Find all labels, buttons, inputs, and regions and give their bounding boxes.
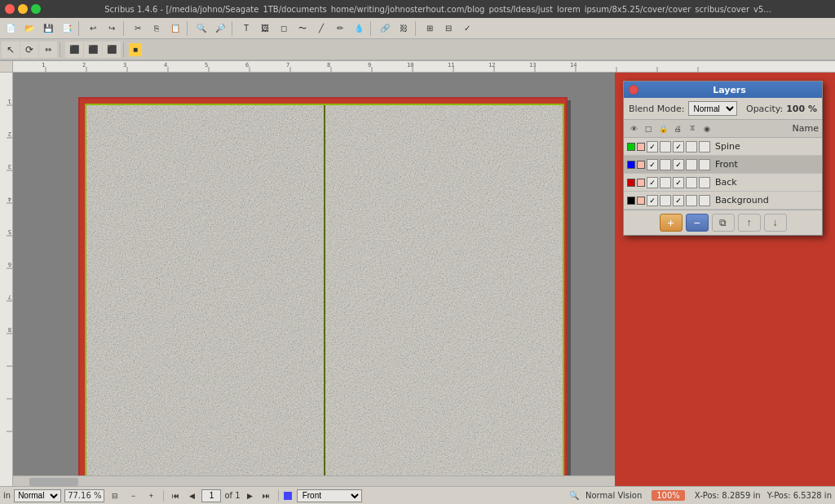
unlink-button[interactable]: ⛓: [395, 20, 413, 37]
link-button[interactable]: 🔗: [376, 20, 394, 37]
horizontal-scrollbar[interactable]: [13, 475, 615, 487]
svg-text:13: 13: [529, 62, 536, 69]
layer-row-background[interactable]: ✓ ✓ Background: [624, 192, 822, 210]
xpos-label: X-Pos: 8.2859 in: [695, 491, 761, 500]
layer-print-background[interactable]: ✓: [673, 195, 684, 206]
layer-print-back[interactable]: ✓: [673, 177, 684, 188]
layer-row-spine[interactable]: ✓ ✓ Spine: [624, 138, 822, 156]
layer-vis-front[interactable]: ✓: [647, 159, 658, 170]
layer-row-front[interactable]: ✓ ✓ Front: [624, 156, 822, 174]
status-sep-2: [278, 490, 279, 502]
cut-button[interactable]: ✂: [129, 20, 147, 37]
layer-secondary-color-front: [637, 161, 645, 169]
zoom-out-status-button[interactable]: −: [126, 489, 140, 502]
copy-layer-button[interactable]: ⧉: [712, 214, 735, 232]
move-layer-up-button[interactable]: ↑: [738, 214, 761, 232]
svg-text:8: 8: [327, 62, 330, 69]
layer-lock-front[interactable]: [660, 159, 671, 170]
eyedropper-button[interactable]: 💧: [350, 20, 368, 37]
layer-select[interactable]: Front Back Spine Background: [297, 489, 362, 502]
layer-outline-background[interactable]: [699, 195, 710, 206]
guides-button[interactable]: ⊟: [440, 20, 457, 37]
layer-outline-back[interactable]: [699, 177, 710, 188]
ruler-corner: [0, 61, 13, 73]
layer-flow-spine[interactable]: [686, 141, 697, 153]
minimize-button[interactable]: [18, 4, 28, 14]
toolbar-sep-6: [415, 21, 418, 36]
layer-vis-background[interactable]: ✓: [647, 195, 658, 206]
layer-print-front[interactable]: ✓: [673, 159, 684, 170]
svg-text:1: 1: [8, 98, 11, 104]
prev-page-button[interactable]: ◀: [185, 489, 198, 502]
current-page-input[interactable]: [201, 489, 221, 502]
visibility-header-icon: 👁: [627, 122, 640, 135]
line-button[interactable]: ╱: [312, 20, 330, 37]
new-button[interactable]: 📄: [2, 20, 20, 37]
layer-vis-spine[interactable]: ✓: [647, 141, 658, 153]
rotate-tool[interactable]: ⟳: [20, 42, 38, 58]
canvas-area[interactable]: [13, 73, 615, 487]
layer-lock-back[interactable]: [660, 177, 671, 188]
last-page-button[interactable]: ⏭: [260, 489, 273, 502]
layer-color-spine: [627, 143, 635, 151]
first-page-button[interactable]: ⏮: [169, 489, 182, 502]
move-layer-down-button[interactable]: ↓: [764, 214, 787, 232]
layer-flow-front[interactable]: [686, 159, 697, 170]
zoom-fit-button[interactable]: ⊟: [108, 489, 122, 502]
pdf-button[interactable]: 📑: [58, 20, 76, 37]
layers-title: Layers: [642, 85, 817, 95]
svg-text:6: 6: [245, 62, 249, 69]
add-layer-button[interactable]: +: [660, 214, 683, 232]
resize-tool[interactable]: ⇔: [39, 42, 57, 58]
toolbar2-sep-2: [123, 42, 126, 57]
layer-print-spine[interactable]: ✓: [673, 141, 684, 153]
layer-vis-back[interactable]: ✓: [647, 177, 658, 188]
svg-text:14: 14: [570, 62, 577, 69]
open-button[interactable]: 📂: [20, 20, 38, 37]
layer-lock-background[interactable]: [660, 195, 671, 206]
paste-button[interactable]: 📋: [166, 20, 184, 37]
bezier-button[interactable]: 〜: [294, 20, 311, 37]
copy-button[interactable]: ⎘: [148, 20, 166, 37]
layer-lock-spine[interactable]: [660, 141, 671, 153]
svg-text:2: 2: [8, 130, 11, 137]
status-right-group: 100%: [652, 491, 685, 500]
align-right-button[interactable]: ⬛: [103, 42, 121, 58]
layer-outline-front[interactable]: [699, 159, 710, 170]
pencil-button[interactable]: ✏: [331, 20, 349, 37]
layers-title-bar: Layers: [624, 82, 822, 98]
window-controls: [5, 4, 41, 14]
zoom-in-status-button[interactable]: +: [144, 489, 158, 502]
align-center-button[interactable]: ⬛: [84, 42, 102, 58]
layer-flow-back[interactable]: [686, 177, 697, 188]
next-page-button[interactable]: ▶: [244, 489, 257, 502]
align-left-button[interactable]: ⬛: [65, 42, 83, 58]
zoom-in-button[interactable]: 🔍: [192, 20, 210, 37]
layer-flow-background[interactable]: [686, 195, 697, 206]
close-button[interactable]: [5, 4, 15, 14]
layer-row-back[interactable]: ✓ ✓ Back: [624, 174, 822, 192]
layer-outline-spine[interactable]: [699, 141, 710, 153]
name-column-header: Name: [789, 123, 819, 134]
redo-button[interactable]: ↪: [103, 20, 121, 37]
preflight-button[interactable]: ✓: [458, 20, 476, 37]
shapes-button[interactable]: ◻: [275, 20, 293, 37]
zoom-percent-badge: 100%: [652, 490, 685, 501]
grid-button[interactable]: ⊞: [421, 20, 439, 37]
layers-close-button[interactable]: [629, 85, 638, 95]
maximize-button[interactable]: [31, 4, 41, 14]
color-button[interactable]: ■: [129, 43, 142, 56]
text-frame-button[interactable]: T: [237, 20, 255, 37]
view-mode-select[interactable]: Normal Preview: [14, 489, 61, 502]
svg-text:2: 2: [82, 62, 86, 69]
image-frame-button[interactable]: 🖼: [256, 20, 274, 37]
undo-button[interactable]: ↩: [84, 20, 102, 37]
remove-layer-button[interactable]: −: [686, 214, 709, 232]
save-button[interactable]: 💾: [39, 20, 57, 37]
blend-mode-select[interactable]: Normal Multiply Screen: [688, 101, 737, 116]
coord-group: X-Pos: 8.2859 in Y-Pos: 6.5328 in: [695, 491, 832, 500]
scrollbar-thumb-h[interactable]: [29, 478, 78, 486]
select-tool[interactable]: ↖: [2, 42, 20, 58]
status-bar: in Normal Preview 77.16 % ⊟ − + ⏮ ◀ of 1…: [0, 486, 835, 504]
zoom-out-button[interactable]: 🔎: [211, 20, 229, 37]
